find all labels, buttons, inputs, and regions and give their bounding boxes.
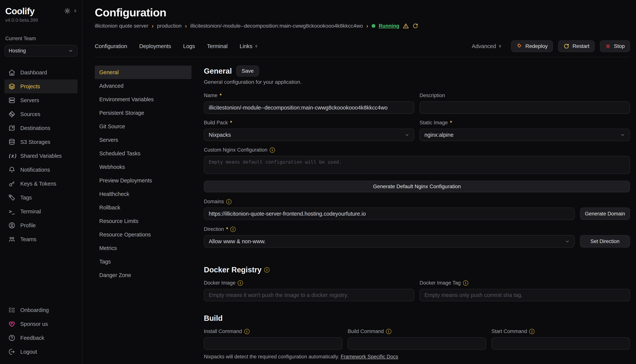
- info-icon[interactable]: i: [386, 329, 391, 334]
- docker-image-tag-input[interactable]: [419, 289, 630, 301]
- tab-links[interactable]: Links: [240, 43, 258, 50]
- sidebar-item-onboarding[interactable]: Onboarding: [5, 303, 78, 317]
- sidebar-item-logout[interactable]: Logout: [5, 345, 78, 359]
- info-icon[interactable]: i: [264, 267, 270, 272]
- info-icon[interactable]: i: [238, 280, 243, 286]
- chevron-down-icon: [68, 48, 73, 53]
- submenu-item-danger-zone[interactable]: Danger Zone: [95, 268, 191, 282]
- restart-button[interactable]: Restart: [558, 40, 595, 52]
- pause-icon: [605, 44, 611, 49]
- sidebar-item-shared-variables[interactable]: (x) Shared Variables: [5, 149, 78, 163]
- warning-triangle-icon[interactable]: [403, 23, 409, 29]
- sidebar-item-dashboard[interactable]: Dashboard: [5, 66, 78, 80]
- build-pack-select[interactable]: Nixpacks: [204, 129, 414, 141]
- team-select-value: Hosting: [9, 48, 26, 54]
- breadcrumb-application[interactable]: illicitestonion/-module--decomposition:m…: [190, 23, 363, 29]
- sidebar: Coolify v4.0.0-beta.399 Current Team Hos…: [0, 0, 82, 364]
- submenu-item-rollback[interactable]: Rollback: [95, 201, 191, 214]
- description-input[interactable]: [419, 102, 630, 114]
- team-select[interactable]: Hosting: [5, 45, 78, 56]
- sidebar-item-tags[interactable]: Tags: [5, 191, 78, 204]
- users-icon: [8, 236, 16, 243]
- info-icon[interactable]: i: [529, 329, 534, 334]
- sidebar-item-projects[interactable]: Projects: [5, 80, 78, 93]
- general-form: General Save General configuration for y…: [204, 66, 630, 364]
- custom-nginx-textarea[interactable]: [204, 156, 630, 174]
- build-command-input[interactable]: [348, 337, 486, 350]
- terminal-icon: >_: [8, 209, 16, 214]
- layers-icon: [8, 83, 16, 90]
- sidebar-item-destinations[interactable]: Destinations: [5, 121, 78, 135]
- submenu-item-git-source[interactable]: Git Source: [95, 120, 191, 133]
- redeploy-button[interactable]: Redeploy: [511, 40, 553, 52]
- submenu-item-scheduled-tasks[interactable]: Scheduled Tasks: [95, 147, 191, 160]
- info-icon[interactable]: i: [230, 227, 236, 232]
- info-icon[interactable]: i: [463, 280, 468, 286]
- tab-configuration[interactable]: Configuration: [95, 43, 127, 50]
- stop-button[interactable]: Stop: [600, 40, 630, 52]
- custom-nginx-field-group: Custom Nginx Configurationi: [204, 147, 630, 176]
- theme-toggle-sun-icon[interactable]: [64, 8, 70, 14]
- submenu-item-healthcheck[interactable]: Healthcheck: [95, 187, 191, 201]
- docker-image-input[interactable]: [204, 289, 414, 301]
- sidebar-item-s3-storages[interactable]: S3 Storages: [5, 135, 78, 149]
- domains-input[interactable]: [204, 208, 575, 220]
- submenu-item-preview-deployments[interactable]: Preview Deployments: [95, 174, 191, 187]
- variables-icon: (x): [8, 153, 16, 159]
- refresh-icon[interactable]: [412, 23, 418, 29]
- submenu-item-tags[interactable]: Tags: [95, 255, 191, 268]
- submenu-item-persistent-storage[interactable]: Persistent Storage: [95, 106, 191, 120]
- set-direction-button[interactable]: Set Direction: [580, 235, 630, 248]
- sidebar-item-keys-tokens[interactable]: Keys & Tokens: [5, 177, 78, 191]
- sort-chevrons-icon: [498, 44, 502, 48]
- info-icon[interactable]: i: [226, 199, 232, 204]
- info-icon[interactable]: i: [270, 148, 275, 153]
- info-icon[interactable]: i: [244, 329, 250, 334]
- breadcrumb-environment[interactable]: production: [157, 23, 182, 29]
- sidebar-item-sources[interactable]: Sources: [5, 107, 78, 121]
- start-command-input[interactable]: [491, 337, 630, 350]
- sidebar-item-servers[interactable]: Servers: [5, 93, 78, 107]
- name-input[interactable]: [204, 102, 414, 114]
- submenu-item-advanced[interactable]: Advanced: [95, 79, 191, 92]
- tab-bar: Configuration Deployments Logs Terminal …: [95, 40, 630, 52]
- sort-chevrons-icon: [254, 44, 258, 48]
- restart-icon: [563, 43, 569, 49]
- sidebar-item-profile[interactable]: Profile: [5, 218, 78, 232]
- submenu-item-servers[interactable]: Servers: [95, 133, 191, 147]
- bell-icon: [8, 166, 16, 173]
- submenu-item-webhooks[interactable]: Webhooks: [95, 160, 191, 174]
- app-logo[interactable]: Coolify: [5, 6, 35, 16]
- sidebar-item-teams[interactable]: Teams: [5, 232, 78, 246]
- install-command-input[interactable]: [204, 337, 342, 350]
- required-asterisk: *: [220, 92, 222, 98]
- status-badge[interactable]: Running: [379, 23, 399, 29]
- generate-nginx-button[interactable]: Generate Default Nginx Configuration: [204, 181, 630, 192]
- tab-deployments[interactable]: Deployments: [139, 43, 171, 50]
- static-image-select[interactable]: nginx:alpine: [419, 129, 630, 141]
- submenu-item-resource-limits[interactable]: Resource Limits: [95, 214, 191, 228]
- sort-chevrons-icon[interactable]: [73, 9, 78, 13]
- sidebar-item-feedback[interactable]: Feedback: [5, 331, 78, 345]
- main-content: Configuration illicitonion quote server …: [82, 0, 636, 364]
- required-asterisk: *: [226, 226, 228, 232]
- generate-domain-button[interactable]: Generate Domain: [580, 208, 630, 220]
- breadcrumb-project[interactable]: illicitonion quote server: [95, 23, 148, 29]
- chevron-down-icon: [620, 132, 625, 137]
- submenu-item-general[interactable]: General: [95, 66, 191, 79]
- advanced-dropdown[interactable]: Advanced: [472, 43, 502, 50]
- save-button[interactable]: Save: [236, 66, 259, 76]
- tab-logs[interactable]: Logs: [183, 43, 195, 50]
- chevron-down-icon: [565, 239, 570, 244]
- framework-docs-link[interactable]: Framework Specific Docs: [341, 354, 398, 360]
- submenu-item-environment-variables[interactable]: Environment Variables: [95, 92, 191, 106]
- name-field-group: Name*: [204, 92, 414, 114]
- tab-terminal[interactable]: Terminal: [207, 43, 228, 50]
- domains-field-group: Domainsi Generate Domain: [204, 199, 630, 220]
- direction-select[interactable]: Allow www & non-www.: [204, 235, 575, 248]
- sidebar-item-notifications[interactable]: Notifications: [5, 163, 78, 177]
- sidebar-item-sponsor-us[interactable]: Sponsor us: [5, 317, 78, 331]
- sidebar-item-terminal[interactable]: >_ Terminal: [5, 204, 78, 218]
- submenu-item-metrics[interactable]: Metrics: [95, 241, 191, 255]
- submenu-item-resource-operations[interactable]: Resource Operations: [95, 228, 191, 241]
